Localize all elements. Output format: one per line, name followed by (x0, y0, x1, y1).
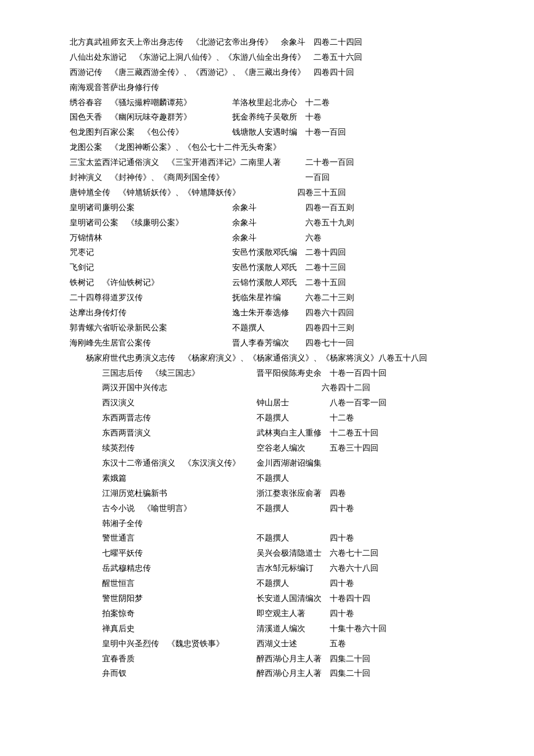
list-item: 宜春香质 醉西湖心月主人著 四集二十回 (70, 651, 488, 667)
list-item: 达摩出身传灯传 逸士朱开泰选修 四卷六十四回 (70, 305, 488, 321)
entry-text: 两汉开国中兴传志 六卷四十二回 (102, 383, 370, 392)
list-item: 皇明诸司廉明公案 余象斗 四卷一百五则 (70, 200, 488, 215)
list-item: 三宝太监西洋记通俗演义 《三宝开港西洋记》二南里人著 二十卷一百回 (70, 155, 488, 170)
entry-text: 唐钟馗全传 《钟馗斩妖传》、《钟馗降妖传》 四卷三十五回 (70, 188, 346, 197)
entry-text: 三国志后传 《续三国志》 晋平阳侯陈寿史余 十卷一百四十回 (102, 369, 387, 377)
list-item: 续英烈传 空谷老人编次 五卷三十四回 (70, 441, 488, 456)
entry-text: 岳武穆精忠传 吉水邹元标编订 六卷六十八回 (102, 564, 378, 573)
list-item: 八仙出处东游记 《东游记上洞八仙传》、《东游八仙全出身传》 二卷五十六回 (70, 50, 488, 65)
list-item: 西汉演义 钟山居士 八卷一百零一回 (70, 395, 488, 411)
list-item: 古今小说 《喻世明言》 不题撰人 四十卷 (70, 501, 488, 516)
entry-text: 三宝太监西洋记通俗演义 《三宝开港西洋记》二南里人著 二十卷一百回 (70, 158, 354, 167)
entry-text: 东汉十二帝通俗演义 《东汉演义传》 金川西湖谢诏编集 (102, 459, 322, 467)
entry-text: 杨家府世代忠勇演义志传 《杨家府演义》、《杨家通俗演义》、《杨家将演义》八卷五十… (86, 354, 427, 362)
entry-text: 拍案惊奇 即空观主人著 四十卷 (102, 609, 354, 618)
list-item: 警世通言 不题撰人 四十卷 (70, 531, 488, 546)
list-item: 警世阴阳梦 长安道人国清编次 十卷四十四 (70, 591, 488, 606)
entry-text: 禅真后史 清溪道人编次 十集十卷六十回 (102, 624, 387, 633)
entry-text: 北方真武祖师玄天上帝出身志传 《北游记玄帝出身传》 余象斗 四卷二十四回 (70, 38, 362, 46)
entry-text: 古今小说 《喻世明言》 不题撰人 四十卷 (102, 504, 354, 513)
entry-text: 皇明诸司公案 《续廉明公案》 余象斗 六卷五十九则 (70, 218, 354, 227)
entry-text: 韩湘子全传 (102, 519, 143, 528)
list-item: 拍案惊奇 即空观主人著 四十卷 (70, 606, 488, 621)
entry-text: 万锦情林 余象斗 六卷 (70, 233, 322, 242)
entry-text: 龙图公案 《龙图神断公案》、《包公七十二件无头奇案》 (70, 143, 281, 152)
list-item: 素娥篇 不题撰人 (70, 471, 488, 486)
entry-text: 皇明中兴圣烈传 《魏忠贤铁事》 西湖义士述 五卷 (102, 639, 346, 648)
entry-text: 包龙图判百家公案 《包公传》 钱塘散人安遇时编 十卷一百回 (70, 128, 346, 136)
entry-text: 西游记传 《唐三藏西游全传》、《西游记》、《唐三藏出身传》 四卷四十回 (70, 68, 354, 77)
list-item: 江湖历览杜骗新书 浙江婺衷张应俞著 四卷 (70, 486, 488, 501)
main-content: 北方真武祖师玄天上帝出身志传 《北游记玄帝出身传》 余象斗 四卷二十四回八仙出处… (70, 35, 488, 681)
list-item: 咒枣记 安邑竹溪散邓氏编 二卷十四回 (70, 245, 488, 260)
entry-text: 警世通言 不题撰人 四十卷 (102, 534, 354, 542)
entry-text: 南海观音菩萨出身修行传 (70, 83, 159, 92)
list-item: 唐钟馗全传 《钟馗斩妖传》、《钟馗降妖传》 四卷三十五回 (70, 185, 488, 200)
list-item: 韩湘子全传 (70, 516, 488, 531)
entry-text: 东西两晋演义 武林夷白主人重修 十二卷五十回 (102, 429, 378, 437)
list-item: 东汉十二帝通俗演义 《东汉演义传》 金川西湖谢诏编集 (70, 456, 488, 471)
list-item: 飞剑记 安邑竹溪散人邓氏 二卷十三回 (70, 260, 488, 275)
entry-text: 海刚峰先生居官公案传 晋人李春芳编次 四卷七十一回 (70, 339, 354, 347)
entry-text: 咒枣记 安邑竹溪散邓氏编 二卷十四回 (70, 248, 346, 257)
list-item: 海刚峰先生居官公案传 晋人李春芳编次 四卷七十一回 (70, 336, 488, 351)
list-item: 皇明中兴圣烈传 《魏忠贤铁事》 西湖义士述 五卷 (70, 636, 488, 651)
entry-text: 铁树记 《许仙铁树记》 云锦竹溪散人邓氏 二卷十五回 (70, 278, 346, 287)
entry-text: 东西两晋志传 不题撰人 十二卷 (102, 413, 354, 422)
list-item: 万锦情林 余象斗 六卷 (70, 231, 488, 246)
entry-text: 醒世恒言 不题撰人 四十卷 (102, 579, 354, 588)
list-item: 弁而钗 醉西湖心月主人著 四集二十回 (70, 666, 488, 681)
list-item: 绣谷春容 《骚坛撮粹嘲麟谭苑》 羊洛枚里起北赤心 十二卷 (70, 95, 488, 110)
entry-text: 八仙出处东游记 《东游记上洞八仙传》、《东游八仙全出身传》 二卷五十六回 (70, 53, 362, 62)
list-item: 岳武穆精忠传 吉水邹元标编订 六卷六十八回 (70, 561, 488, 576)
entry-text: 续英烈传 空谷老人编次 五卷三十四回 (102, 444, 378, 452)
list-item: 龙图公案 《龙图神断公案》、《包公七十二件无头奇案》 (70, 140, 488, 155)
list-item: 郭青螺六省听讼录新民公案 不题撰人 四卷四十三则 (70, 321, 488, 336)
entry-text: 弁而钗 醉西湖心月主人著 四集二十回 (102, 669, 370, 678)
list-item: 铁树记 《许仙铁树记》 云锦竹溪散人邓氏 二卷十五回 (70, 275, 488, 290)
list-item: 醒世恒言 不题撰人 四十卷 (70, 576, 488, 591)
entry-text: 封神演义 《封神传》、《商周列国全传》 一百回 (70, 173, 330, 182)
list-item: 三国志后传 《续三国志》 晋平阳侯陈寿史余 十卷一百四十回 (70, 366, 488, 381)
list-item: 杨家府世代忠勇演义志传 《杨家府演义》、《杨家通俗演义》、《杨家将演义》八卷五十… (70, 351, 488, 366)
list-item: 两汉开国中兴传志 六卷四十二回 (70, 380, 488, 395)
list-item: 皇明诸司公案 《续廉明公案》 余象斗 六卷五十九则 (70, 215, 488, 231)
list-item: 包龙图判百家公案 《包公传》 钱塘散人安遇时编 十卷一百回 (70, 125, 488, 140)
entry-text: 江湖历览杜骗新书 浙江婺衷张应俞著 四卷 (102, 489, 346, 498)
entry-text: 素娥篇 不题撰人 (102, 474, 289, 483)
entry-text: 国色天香 《幽闲玩味夺趣群芳》 抚金养纯子吴敬所 十卷 (70, 113, 322, 121)
entry-text: 皇明诸司廉明公案 余象斗 四卷一百五则 (70, 203, 354, 212)
list-item: 二十四尊得道罗汉传 抚临朱星祚编 六卷二十三则 (70, 290, 488, 305)
entry-text: 七曜平妖传 吴兴会极清隐道士 六卷七十二回 (102, 549, 378, 557)
list-item: 封神演义 《封神传》、《商周列国全传》 一百回 (70, 170, 488, 185)
list-item: 南海观音菩萨出身修行传 (70, 80, 488, 95)
entry-text: 二十四尊得道罗汉传 抚临朱星祚编 六卷二十三则 (70, 293, 354, 302)
entry-text: 飞剑记 安邑竹溪散人邓氏 二卷十三回 (70, 263, 346, 272)
list-item: 西游记传 《唐三藏西游全传》、《西游记》、《唐三藏出身传》 四卷四十回 (70, 65, 488, 80)
entry-text: 达摩出身传灯传 逸士朱开泰选修 四卷六十四回 (70, 308, 354, 317)
list-item: 禅真后史 清溪道人编次 十集十卷六十回 (70, 621, 488, 636)
entry-text: 绣谷春容 《骚坛撮粹嘲麟谭苑》 羊洛枚里起北赤心 十二卷 (70, 98, 330, 107)
entry-text: 警世阴阳梦 长安道人国清编次 十卷四十四 (102, 594, 370, 603)
list-item: 北方真武祖师玄天上帝出身志传 《北游记玄帝出身传》 余象斗 四卷二十四回 (70, 35, 488, 50)
list-item: 东西两晋志传 不题撰人 十二卷 (70, 411, 488, 426)
entry-text: 郭青螺六省听讼录新民公案 不题撰人 四卷四十三则 (70, 323, 354, 332)
list-item: 国色天香 《幽闲玩味夺趣群芳》 抚金养纯子吴敬所 十卷 (70, 110, 488, 125)
entry-text: 宜春香质 醉西湖心月主人著 四集二十回 (102, 654, 370, 663)
entry-text: 西汉演义 钟山居士 八卷一百零一回 (102, 398, 387, 407)
list-item: 东西两晋演义 武林夷白主人重修 十二卷五十回 (70, 426, 488, 441)
list-item: 七曜平妖传 吴兴会极清隐道士 六卷七十二回 (70, 546, 488, 561)
